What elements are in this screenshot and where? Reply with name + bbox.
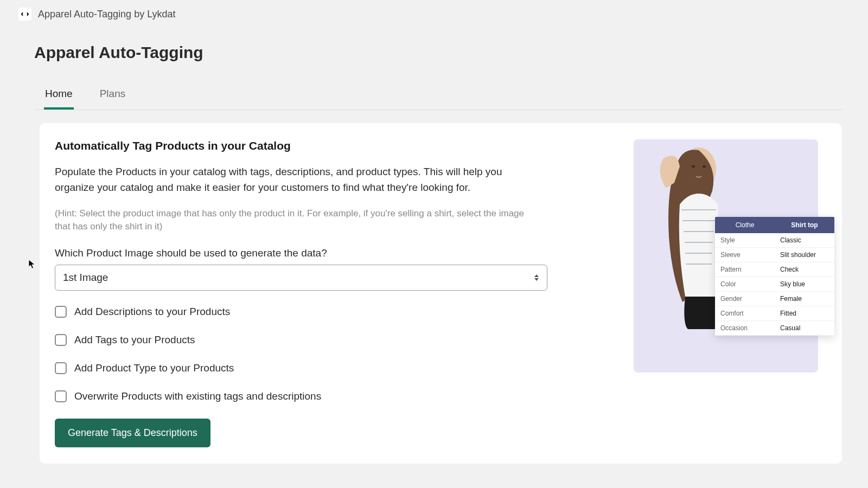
tag-row: Pattern Check	[715, 262, 834, 277]
tag-attr: Comfort	[715, 306, 775, 320]
tab-plans[interactable]: Plans	[99, 86, 127, 110]
tag-val: Classic	[775, 233, 834, 247]
checkbox-add-descriptions[interactable]	[55, 306, 67, 318]
svg-point-1	[692, 165, 695, 168]
page-title: Apparel Auto-Tagging	[34, 43, 842, 62]
main-card: Automatically Tag Products in your Catal…	[40, 123, 842, 464]
content-wrap: Apparel Auto-Tagging Home Plans Automati…	[0, 28, 868, 464]
checkbox-add-tags[interactable]	[55, 334, 67, 346]
option-add-product-type: Add Product Type to your Products	[55, 362, 612, 374]
hint-text: (Hint: Select the product image that has…	[55, 207, 538, 233]
tag-val: Sky blue	[775, 277, 834, 291]
option-add-tags: Add Tags to your Products	[55, 334, 612, 346]
app-name: Apparel Auto-Tagging by Lykdat	[38, 9, 176, 20]
checkbox-label: Add Tags to your Products	[74, 334, 195, 346]
checkbox-label: Overwrite Products with existing tags an…	[74, 390, 321, 402]
svg-point-2	[703, 165, 706, 168]
tag-row: Gender Female	[715, 292, 834, 306]
section-description: Populate the Products in your catalog wi…	[55, 164, 532, 195]
section-heading: Automatically Tag Products in your Catal…	[55, 139, 612, 152]
preview-tag-card: Clothe Shirt top Style Classic Sleeve Sl…	[715, 217, 834, 336]
tag-val: Check	[775, 262, 834, 277]
checkbox-overwrite[interactable]	[55, 390, 67, 402]
image-select-wrap: 1st Image	[55, 265, 547, 291]
tag-row: Sleeve Slit shoulder	[715, 248, 834, 262]
generate-button[interactable]: Generate Tags & Descriptions	[55, 419, 210, 447]
tag-card-header: Clothe Shirt top	[715, 217, 834, 233]
tabs: Home Plans	[34, 86, 842, 110]
image-select[interactable]: 1st Image	[55, 265, 547, 291]
tab-home[interactable]: Home	[44, 86, 74, 110]
preview-column: Clothe Shirt top Style Classic Sleeve Sl…	[634, 139, 818, 447]
image-select-label: Which Product Image should be used to ge…	[55, 247, 612, 259]
tag-row: Style Classic	[715, 233, 834, 248]
tag-val: Slit shoulder	[775, 248, 834, 262]
checkbox-label: Add Descriptions to your Products	[74, 306, 230, 318]
app-logo-icon	[18, 8, 31, 21]
tag-val: Fitted	[775, 306, 834, 320]
form-column: Automatically Tag Products in your Catal…	[55, 139, 612, 447]
select-caret-icon	[534, 274, 539, 281]
tag-header-right: Shirt top	[775, 217, 834, 233]
inner-card: Apparel Auto-Tagging Home Plans Automati…	[8, 28, 868, 464]
tag-attr: Sleeve	[715, 248, 775, 262]
tag-val: Female	[775, 292, 834, 306]
option-overwrite: Overwrite Products with existing tags an…	[55, 390, 612, 402]
tag-row: Color Sky blue	[715, 277, 834, 292]
tag-attr: Style	[715, 233, 775, 247]
tag-row: Occasion Casual	[715, 321, 834, 336]
logo-icon	[21, 10, 29, 18]
tag-val: Casual	[775, 321, 834, 335]
tag-attr: Color	[715, 277, 775, 291]
option-add-descriptions: Add Descriptions to your Products	[55, 306, 612, 318]
tag-attr: Gender	[715, 292, 775, 306]
tag-attr: Occasion	[715, 321, 775, 335]
tag-row: Comfort Fitted	[715, 306, 834, 321]
top-bar: Apparel Auto-Tagging by Lykdat	[0, 0, 868, 28]
tag-attr: Pattern	[715, 262, 775, 277]
tag-header-left: Clothe	[715, 217, 775, 233]
checkbox-label: Add Product Type to your Products	[74, 362, 234, 374]
checkbox-add-product-type[interactable]	[55, 362, 67, 374]
preview-image: Clothe Shirt top Style Classic Sleeve Sl…	[634, 139, 818, 373]
